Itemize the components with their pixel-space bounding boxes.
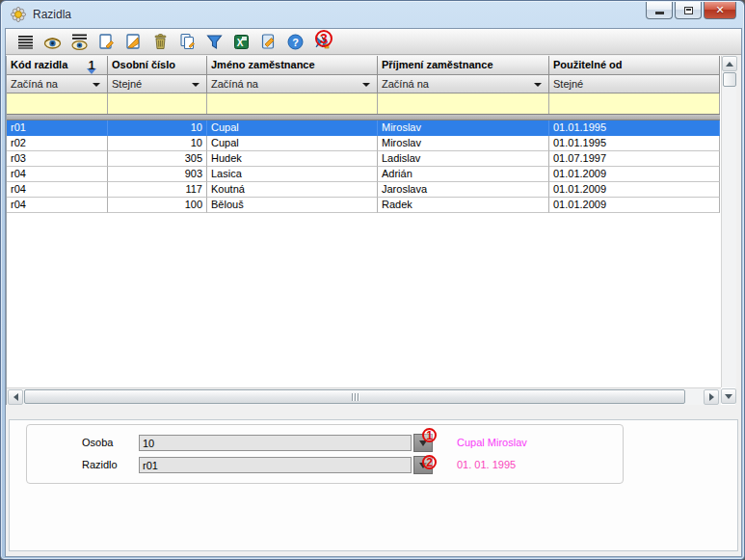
thumb-grip — [352, 393, 353, 401]
field-row-osoba: Osoba 1 Cupal Miroslav — [27, 434, 623, 452]
filter-operator-kod-razidla[interactable]: Začíná na — [7, 75, 108, 93]
chevron-down-icon — [93, 83, 100, 87]
vertical-scroll-thumb[interactable] — [723, 72, 736, 87]
sort-order-badge: 1 — [86, 57, 97, 72]
edit-document-icon — [124, 33, 143, 51]
cell-jmeno: Koutná — [207, 182, 378, 198]
close-icon: ✕ — [715, 4, 724, 16]
cell-kod-razidla: r04 — [7, 198, 108, 213]
vertical-scrollbar[interactable] — [721, 56, 736, 387]
column-header-jmeno[interactable]: Jméno zaměstnance — [207, 56, 378, 75]
window-controls: ✕ — [644, 2, 736, 19]
new-record-button[interactable] — [96, 31, 117, 52]
table-row[interactable]: r03 305 Hudek Ladislav 01.07.1997 — [7, 151, 720, 167]
osoba-display-text: Cupal Miroslav — [457, 434, 527, 452]
column-header-osobni-cislo[interactable]: Osobní číslo — [108, 56, 207, 75]
annotation-badge-2: 2 — [422, 455, 437, 469]
horizontal-scrollbar[interactable] — [7, 387, 721, 405]
minimize-button[interactable] — [646, 2, 673, 19]
filter-input-kod-razidla[interactable] — [7, 93, 107, 114]
table-row[interactable]: r01 10 Cupal Miroslav 01.01.1995 — [7, 120, 720, 136]
cell-prijmeni: Miroslav — [378, 136, 549, 151]
cell-prijmeni: Jaroslava — [378, 182, 549, 198]
scroll-right-button[interactable] — [704, 389, 719, 405]
cell-osobni-cislo: 903 — [108, 167, 207, 182]
filter-button[interactable] — [204, 31, 225, 52]
filter-input-jmeno[interactable] — [207, 93, 377, 114]
table-row[interactable]: r02 10 Cupal Miroslav 01.01.1995 — [7, 136, 720, 151]
search-cell — [7, 93, 108, 114]
cell-jmeno: Lasica — [207, 167, 378, 182]
search-cell — [207, 93, 378, 114]
app-icon — [11, 7, 26, 22]
cell-jmeno: Cupal — [207, 120, 378, 136]
cell-prijmeni: Ladislav — [378, 151, 549, 167]
filter-input-pouzitelne-od[interactable] — [549, 93, 719, 114]
cell-osobni-cislo: 100 — [108, 198, 207, 213]
view-button[interactable] — [42, 31, 63, 52]
cell-jmeno: Hudek — [207, 151, 378, 167]
cell-kod-razidla: r04 — [7, 182, 108, 198]
annotation-badge-3: 3 — [315, 30, 333, 47]
filter-operator-osobni-cislo[interactable]: Stejné — [108, 75, 207, 93]
column-header-pouzitelne-od[interactable]: Použitelné od — [549, 56, 720, 75]
cell-pouzitelne-od: 01.07.1997 — [549, 151, 720, 167]
filter-input-prijmeni[interactable] — [378, 93, 548, 114]
search-cell — [108, 93, 207, 114]
cell-osobni-cislo: 117 — [108, 182, 207, 198]
search-cell — [549, 93, 720, 114]
help-button[interactable]: ? — [285, 31, 306, 52]
minimize-icon — [655, 12, 664, 14]
svg-text:?: ? — [292, 36, 299, 47]
client-area: X ? 3 — [5, 28, 742, 557]
cell-kod-razidla: r03 — [7, 151, 108, 167]
scroll-left-button[interactable] — [8, 389, 23, 405]
filter-operator-prijmeni[interactable]: Začíná na — [378, 75, 549, 93]
scroll-up-button[interactable] — [722, 56, 737, 71]
titlebar: Razidla ✕ — [1, 1, 744, 28]
filter-icon — [205, 33, 224, 51]
cell-pouzitelne-od: 01.01.2009 — [549, 167, 720, 182]
cell-osobni-cislo: 10 — [108, 120, 207, 136]
close-button[interactable]: ✕ — [704, 2, 736, 19]
horizontal-scroll-thumb[interactable] — [24, 389, 685, 404]
osoba-input[interactable] — [139, 435, 412, 451]
column-header-kod-razidla[interactable]: Kód razidla 1 — [7, 56, 108, 75]
arrow-up-icon — [726, 62, 733, 67]
table-row[interactable]: r04 100 Bělouš Radek 01.01.2009 — [7, 198, 720, 213]
filter-operator-jmeno[interactable]: Začíná na — [207, 75, 378, 93]
toolbar: X ? 3 — [6, 29, 741, 55]
thumb-grip — [358, 393, 359, 401]
list-icon — [16, 33, 35, 51]
cell-jmeno: Cupal — [207, 136, 378, 151]
scroll-down-button[interactable] — [721, 388, 736, 404]
cell-kod-razidla: r02 — [7, 136, 108, 151]
cell-jmeno: Bělouš — [207, 198, 378, 213]
copy-record-button[interactable] — [177, 31, 198, 52]
edit-record-button[interactable] — [123, 31, 144, 52]
filter-operator-pouzitelne-od[interactable]: Stejné — [549, 75, 720, 93]
edit-form-button[interactable] — [258, 31, 279, 52]
grid-filter-row: Začíná na Stejné Začíná na Začíná na Ste… — [7, 75, 720, 93]
cell-osobni-cislo: 10 — [108, 136, 207, 151]
table-row[interactable]: r04 903 Lasica Adrián 01.01.2009 — [7, 167, 720, 182]
detail-panel: Osoba 1 Cupal Miroslav Razidlo 2 01. 01.… — [9, 419, 738, 551]
grid-empty-area — [7, 213, 720, 387]
maximize-button[interactable] — [675, 2, 702, 19]
delete-record-button[interactable] — [150, 31, 171, 52]
chevron-down-icon — [534, 83, 542, 87]
chevron-down-icon — [362, 83, 370, 87]
filter-input-osobni-cislo[interactable] — [108, 93, 206, 114]
form-edit-icon — [259, 33, 278, 51]
grid-search-row — [7, 93, 720, 115]
table-row[interactable]: r04 117 Koutná Jaroslava 01.01.2009 — [7, 182, 720, 198]
razidlo-input[interactable] — [139, 457, 412, 473]
window-title: Razidla — [33, 1, 71, 28]
view-with-header-button[interactable] — [69, 31, 90, 52]
razidlo-label: Razidlo — [82, 456, 118, 474]
list-button[interactable] — [15, 31, 36, 52]
arrow-down-icon — [725, 394, 732, 399]
export-excel-button[interactable]: X — [231, 31, 252, 52]
column-header-prijmeni[interactable]: Příjmení zaměstnance — [378, 56, 549, 75]
help-icon: ? — [286, 33, 305, 51]
